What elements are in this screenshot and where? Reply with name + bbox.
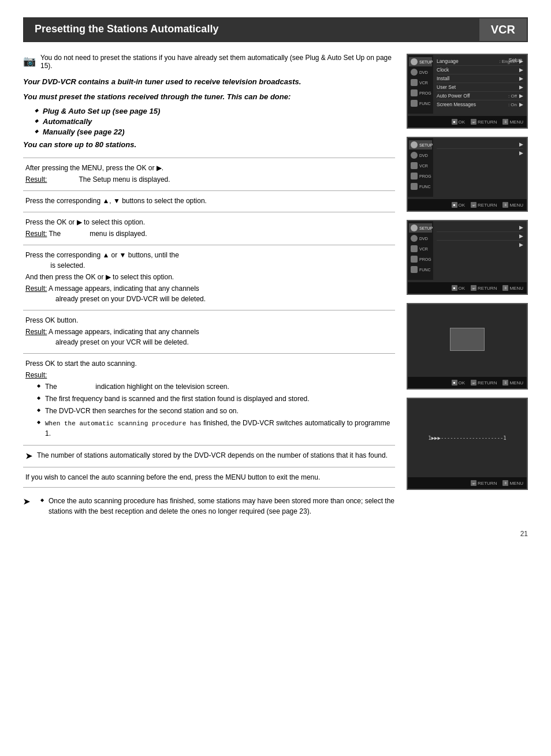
func2-icon <box>411 183 418 190</box>
sidebar-func: FUNC <box>409 99 432 108</box>
tip-arrow-icon: ➤ <box>25 450 32 462</box>
cancel-note: If you wish to cancel the auto scanning … <box>23 467 395 488</box>
sidebar2-vcr: VCR <box>409 161 432 170</box>
step4-result: Result: A message appears, indicating th… <box>25 283 393 304</box>
screen1-return-btn: ↩ RETURN <box>471 119 497 125</box>
screen3-footer: ■ OK ↩ RETURN ≡ MENU <box>408 282 527 294</box>
step6-instruction: Press OK to start the auto scanning. <box>25 358 393 369</box>
step-5: Press OK button. Result: A message appea… <box>23 310 395 354</box>
screen1-content: Language : English ▶ Clock ▶ Install ▶ U… <box>433 55 527 114</box>
screen1-setup-label: Setup <box>508 57 522 63</box>
screen5-menu-btn: ≡ MENU <box>502 480 523 486</box>
screen2-menu: SETUP DVD VCR PROG <box>408 138 527 197</box>
screen5-content: 1▶▶▶--------------------1 <box>408 399 527 477</box>
screen1-row-clock: Clock ▶ <box>437 66 523 74</box>
note-icon: 📷 <box>23 55 36 68</box>
step4-sub: And then press the OK or ▶ to select thi… <box>25 272 393 282</box>
step4-instruction: Press the corresponding ▲ or ▼ buttons, … <box>25 250 393 271</box>
screen5-footer: ↩ RETURN ≡ MENU <box>408 477 527 489</box>
sidebar-dvd: DVD <box>409 68 432 77</box>
return2-icon: ↩ <box>471 202 476 208</box>
note-text: You do not need to preset the stations i… <box>40 54 395 70</box>
intro-line1: Your DVD-VCR contains a built-in tuner u… <box>23 77 395 87</box>
step-1: After pressing the MENU, press the OK or… <box>23 158 395 191</box>
screen4-placeholder <box>450 328 485 351</box>
step6-bullet4: When the automatic scanning procedure ha… <box>37 418 393 439</box>
screen2-menu-btn: ≡ MENU <box>502 202 523 208</box>
screen3-ok-btn: ■ OK <box>452 285 466 291</box>
screen-4: ■ OK ↩ RETURN ≡ MENU <box>407 303 528 390</box>
screen4-return-btn: ↩ RETURN <box>471 380 497 386</box>
step1-instruction: After pressing the MENU, press the OK or… <box>25 163 393 173</box>
disc2-icon <box>411 152 418 159</box>
menu-icon: ≡ <box>502 119 508 125</box>
screen1-row-install: Install ▶ <box>437 74 523 83</box>
screen2-return-btn: ↩ RETURN <box>471 202 497 208</box>
screen4-content <box>408 304 527 375</box>
ok2-icon: ■ <box>452 202 457 208</box>
screen1-menu: SETUP DVD VCR PROG <box>408 55 527 114</box>
step-6: Press OK to start the auto scanning. Res… <box>23 354 395 446</box>
left-column: 📷 You do not need to preset the stations… <box>23 54 395 518</box>
prog3-icon <box>411 256 418 263</box>
screen2-ok-btn: ■ OK <box>452 202 466 208</box>
screen3-row3: ▶ <box>437 241 523 249</box>
func3-icon <box>411 266 418 273</box>
return3-icon: ↩ <box>471 285 476 291</box>
page-header: Presetting the Stations Automatically VC… <box>23 17 528 42</box>
step-4: Press the corresponding ▲ or ▼ buttons, … <box>23 245 395 310</box>
sidebar2-prog: PROG <box>409 171 432 181</box>
content-layout: 📷 You do not need to preset the stations… <box>23 54 528 518</box>
sidebar-setup: SETUP <box>409 57 432 66</box>
tip-text: The number of stations automatically sto… <box>37 450 388 462</box>
screen1-menu-btn: ≡ MENU <box>502 119 523 125</box>
step3-instruction: Press the OK or ▶ to select this option. <box>25 217 393 227</box>
vcr3-icon <box>411 245 418 252</box>
ok3-icon: ■ <box>452 285 457 291</box>
tip-row: ➤ The number of stations automatically s… <box>23 446 395 467</box>
sidebar2-func: FUNC <box>409 182 432 191</box>
menu2-icon: ≡ <box>502 202 508 208</box>
right-column: Setup SETUP DVD VCR <box>407 54 528 518</box>
step2-instruction: Press the corresponding ▲, ▼ buttons to … <box>25 196 393 206</box>
screen3-sidebar: SETUP DVD VCR PROG <box>408 221 433 280</box>
screen3-row2: ▶ <box>437 232 523 241</box>
prog2-icon <box>411 173 418 179</box>
screen2-footer: ■ OK ↩ RETURN ≡ MENU <box>408 199 527 211</box>
step6-result-label: Result: <box>25 370 393 380</box>
disc-icon <box>411 69 418 76</box>
step5-result: Result: A message appears, indicating th… <box>25 327 393 347</box>
screen4-ok-btn: ■ OK <box>452 380 466 386</box>
step6-bullet2: The first frequency band is scanned and … <box>37 394 393 404</box>
screen1-row-autopoweroff: Auto Power Off : Off ▶ <box>437 92 523 100</box>
disc3-icon <box>411 235 418 242</box>
ok-icon: ■ <box>452 119 457 125</box>
gear-icon <box>411 58 418 65</box>
bottom-note: ➤ Once the auto scanning procedure has f… <box>23 496 395 518</box>
screen1-sidebar: SETUP DVD VCR PROG <box>408 55 433 114</box>
screen1-footer: ■ OK ↩ RETURN ≡ MENU <box>408 116 527 128</box>
vcr-icon <box>411 79 418 86</box>
prog-icon <box>411 89 418 96</box>
cancel-text: If you wish to cancel the auto scanning … <box>25 473 320 481</box>
step6-bullets: The indication highlight on the televisi… <box>37 381 393 439</box>
bullet-item-3: Manually (see page 22) <box>35 128 395 136</box>
menu5-icon: ≡ <box>502 480 508 486</box>
screen5-return-btn: ↩ RETURN <box>471 480 497 486</box>
intro-line2: You must preset the stations received th… <box>23 92 395 102</box>
screen5-scan-bar: 1▶▶▶--------------------1 <box>428 435 506 441</box>
return5-icon: ↩ <box>471 480 476 486</box>
gear2-icon <box>411 141 418 148</box>
sidebar3-vcr: VCR <box>409 244 432 253</box>
screen2-sidebar: SETUP DVD VCR PROG <box>408 138 433 197</box>
step5-instruction: Press OK button. <box>25 315 393 325</box>
vcr-badge: VCR <box>479 18 527 41</box>
step3-result: Result: The menu is displayed. <box>25 229 393 239</box>
menu3-icon: ≡ <box>502 285 508 291</box>
screen3-menu: SETUP DVD VCR PROG <box>408 221 527 280</box>
step6-bullet3: The DVD-VCR then searches for the second… <box>37 406 393 416</box>
sidebar2-setup: SETUP <box>409 140 432 149</box>
func-icon <box>411 100 418 107</box>
page-title: Presetting the Stations Automatically <box>24 18 479 41</box>
ok4-icon: ■ <box>452 380 457 386</box>
